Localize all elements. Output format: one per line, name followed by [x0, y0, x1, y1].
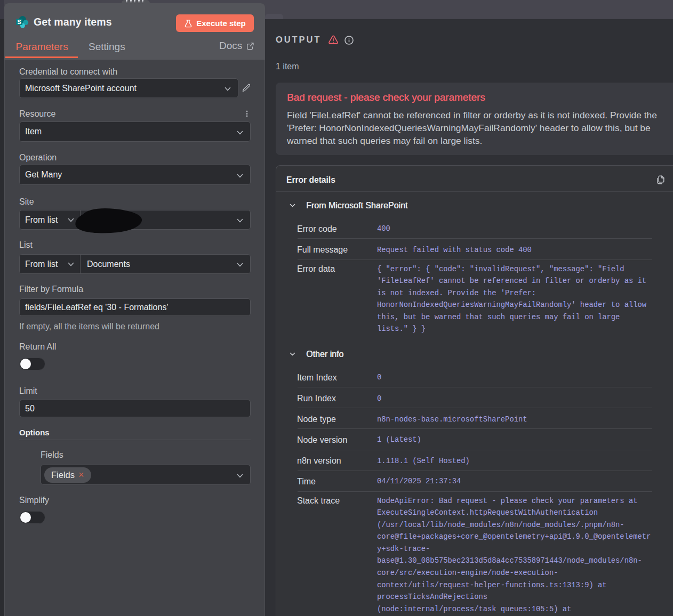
- svg-text:S: S: [18, 19, 21, 25]
